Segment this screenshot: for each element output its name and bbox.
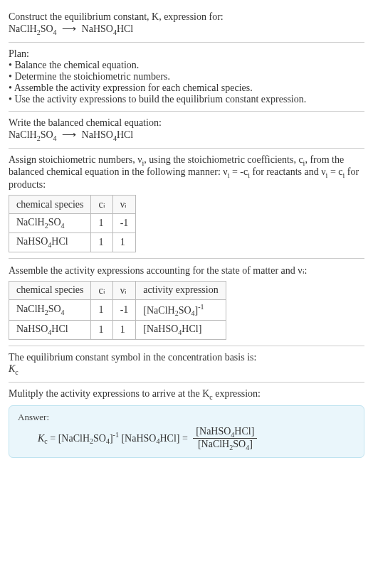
- balanced-section: Write the balanced chemical equation: Na…: [9, 112, 364, 149]
- num-text: HCl]: [234, 426, 254, 437]
- stoich-c-cell: 1: [91, 232, 112, 252]
- activity-title: Assemble the activity expressions accoun…: [9, 264, 364, 277]
- den-text: ]: [249, 439, 253, 449]
- balanced-equation: NaClH2SO4 ⟶ NaHSO4HCl: [9, 129, 364, 142]
- cell-sub: 4: [61, 222, 65, 230]
- answer-expression: Kc = [NaClH2SO4]-1 [NaHSO4HCl] = [NaHSO4…: [18, 426, 355, 452]
- final-title-a: Mulitply the activity expressions to arr…: [9, 388, 209, 399]
- cell-sub: 4: [61, 309, 65, 316]
- activity-nu-cell: -1: [112, 299, 136, 320]
- stoich-table: chemical species cᵢ νᵢ NaClH2SO4 1 -1 Na…: [9, 195, 136, 252]
- plan-bullet-1: • Balance the chemical equation.: [9, 60, 364, 71]
- fraction-denominator: [NaClH2SO4]: [193, 439, 257, 451]
- answer-term: [NaClH: [58, 432, 90, 443]
- stoich-section: Assign stoichiometric numbers, νi, using…: [9, 149, 364, 259]
- plan-title: Plan:: [9, 48, 364, 60]
- intro-equation: NaClH2SO4 ⟶ NaHSO4HCl: [9, 23, 364, 36]
- reactant-text: NaClH2SO4: [9, 23, 59, 34]
- answer-sup: -1: [113, 430, 119, 438]
- reactant-sub-2: 4: [53, 28, 57, 36]
- balanced-reactant-sub2: 4: [53, 134, 57, 142]
- activity-head-expr: activity expression: [136, 281, 226, 299]
- reactant-part-b: SO: [41, 23, 53, 34]
- final-title: Mulitply the activity expressions to arr…: [9, 388, 364, 401]
- cell-text: SO: [48, 217, 61, 228]
- kc-c-sub: c: [15, 368, 18, 376]
- answer-term: SO: [93, 432, 106, 443]
- answer-label: Answer:: [18, 412, 355, 423]
- activity-c-cell: 1: [91, 299, 112, 320]
- fraction-numerator: [NaHSO4HCl]: [193, 426, 257, 439]
- product-part-a: NaHSO: [82, 23, 113, 34]
- stoich-species-cell: NaHSO4HCl: [9, 232, 91, 252]
- plan-bullet-3: • Assemble the activity expression for e…: [9, 82, 364, 94]
- arrow-icon: ⟶: [62, 23, 77, 34]
- answer-fraction: [NaHSO4HCl] [NaClH2SO4]: [193, 426, 257, 452]
- activity-head-nu: νᵢ: [112, 281, 136, 299]
- activity-head-c: cᵢ: [91, 281, 112, 299]
- stoich-c-cell: 1: [91, 214, 112, 233]
- num-text: [NaHSO: [196, 426, 231, 437]
- cell-text: [NaClH: [143, 304, 174, 315]
- kc-symbol-text: The equilibrium constant symbol in the c…: [9, 352, 364, 363]
- activity-c-cell: 1: [91, 321, 112, 340]
- stoich-text: Assign stoichiometric numbers, νi, using…: [9, 154, 364, 191]
- plan-section: Plan: • Balance the chemical equation. •…: [9, 43, 364, 112]
- cell-text: NaClH: [16, 304, 45, 314]
- table-row: NaHSO4HCl 1 1: [9, 232, 136, 252]
- stoich-head-nu: νᵢ: [112, 196, 136, 214]
- cell-text: NaHSO: [16, 236, 48, 247]
- reactant-part-a: NaClH: [9, 23, 37, 34]
- kc-symbol-section: The equilibrium constant symbol in the c…: [9, 346, 364, 383]
- activity-species-cell: NaHSO4HCl: [9, 321, 91, 340]
- stoich-nu-cell: 1: [112, 232, 136, 252]
- stoich-text-d: = -c: [229, 166, 248, 177]
- table-row: NaClH2SO4 1 -1 [NaClH2SO4]-1: [9, 299, 226, 320]
- activity-table: chemical species cᵢ νᵢ activity expressi…: [9, 281, 226, 340]
- cell-text: HCl: [51, 324, 68, 334]
- cell-text: SO: [48, 304, 61, 314]
- product-part-b: HCl: [117, 23, 133, 34]
- product-text: NaHSO4HCl: [82, 23, 134, 34]
- arrow-icon: ⟶: [62, 129, 77, 140]
- intro-line1: Construct the equilibrium constant, K, e…: [9, 11, 364, 23]
- stoich-species-cell: NaClH2SO4: [9, 214, 91, 233]
- answer-k: K: [38, 432, 44, 443]
- balanced-product: NaHSO4HCl: [82, 129, 134, 140]
- answer-term: HCl] =: [159, 432, 190, 443]
- final-title-b: expression:: [213, 388, 261, 399]
- stoich-head-species: chemical species: [9, 196, 91, 214]
- answer-eq: =: [48, 432, 58, 443]
- cell-text: SO: [179, 304, 191, 315]
- stoich-text-a: Assign stoichiometric numbers, ν: [9, 154, 142, 165]
- balanced-product-a: NaHSO: [82, 129, 113, 140]
- kc-symbol: Kc: [9, 363, 364, 376]
- answer-box: Answer: Kc = [NaClH2SO4]-1 [NaHSO4HCl] =…: [9, 405, 364, 459]
- answer-term: [NaHSO: [119, 432, 157, 443]
- balanced-reactant: NaClH2SO4: [9, 129, 59, 140]
- cell-text: NaClH: [16, 217, 45, 228]
- table-row: chemical species cᵢ νᵢ activity expressi…: [9, 281, 226, 299]
- activity-expr-cell: [NaClH2SO4]-1: [136, 299, 226, 320]
- cell-text: [NaHSO: [143, 324, 178, 334]
- stoich-nu-cell: -1: [112, 214, 136, 233]
- plan-bullet-4: • Use the activity expressions to build …: [9, 94, 364, 105]
- balanced-reactant-b: SO: [41, 129, 53, 140]
- activity-species-cell: NaClH2SO4: [9, 299, 91, 320]
- balanced-title: Write the balanced chemical equation:: [9, 117, 364, 129]
- cell-text: HCl: [51, 236, 68, 247]
- activity-head-species: chemical species: [9, 281, 91, 299]
- activity-expr-cell: [NaHSO4HCl]: [136, 321, 226, 340]
- stoich-text-f: = c: [327, 166, 342, 177]
- stoich-text-b: , using the stoichiometric coefficients,…: [144, 154, 303, 165]
- den-text: [NaClH: [198, 439, 229, 449]
- balanced-product-b: HCl: [117, 129, 133, 140]
- den-text: SO: [233, 439, 246, 449]
- cell-text: NaHSO: [16, 324, 48, 334]
- cell-sup: -1: [198, 303, 204, 311]
- cell-text: HCl]: [182, 324, 201, 334]
- table-row: NaClH2SO4 1 -1: [9, 214, 136, 233]
- intro-section: Construct the equilibrium constant, K, e…: [9, 6, 364, 43]
- final-section: Mulitply the activity expressions to arr…: [9, 383, 364, 464]
- stoich-head-c: cᵢ: [91, 196, 112, 214]
